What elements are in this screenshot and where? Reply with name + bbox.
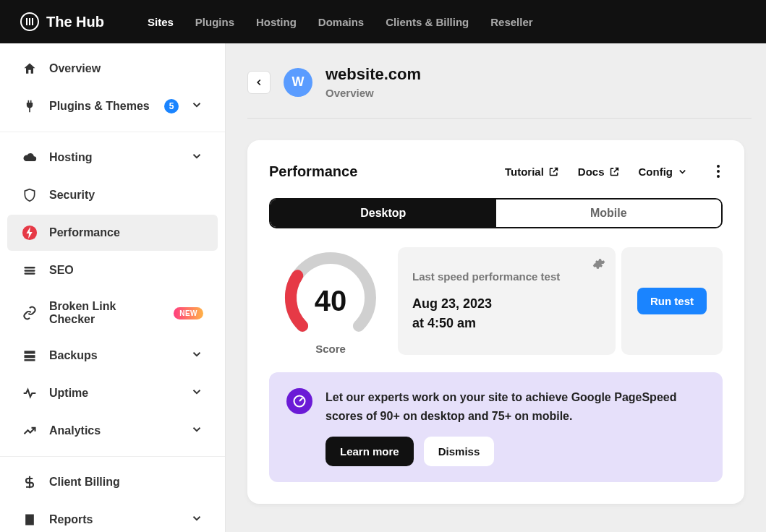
- avatar-letter: W: [292, 74, 305, 90]
- sidebar-item-uptime[interactable]: Uptime: [7, 375, 218, 411]
- score-value: 40: [280, 285, 381, 317]
- gear-icon: [592, 257, 605, 270]
- cloud-icon: [22, 150, 38, 166]
- last-test-label: Last speed performance test: [412, 269, 601, 286]
- sidebar-item-client-billing[interactable]: Client Billing: [7, 464, 218, 500]
- new-badge: NEW: [174, 307, 203, 319]
- chevron-down-icon: [677, 166, 688, 177]
- svg-rect-5: [25, 355, 35, 358]
- promo-body: Let our experts work on your site to ach…: [325, 388, 705, 466]
- dollar-icon: [22, 474, 38, 490]
- top-navbar: The Hub Sites Plugins Hosting Domains Cl…: [0, 0, 766, 43]
- tutorial-label: Tutorial: [505, 166, 544, 178]
- svg-rect-4: [25, 351, 35, 353]
- sidebar-item-overview[interactable]: Overview: [7, 51, 218, 87]
- card-header: Performance Tutorial Docs Config: [269, 162, 723, 181]
- sidebar-label-broken-link: Broken Link Checker: [49, 300, 158, 326]
- topnav-sites[interactable]: Sites: [148, 16, 174, 28]
- sidebar-group-3: Client Billing Reports: [0, 457, 225, 532]
- topnav-plugins[interactable]: Plugins: [195, 16, 234, 28]
- tutorial-link[interactable]: Tutorial: [505, 166, 559, 178]
- site-subtitle: Overview: [325, 87, 421, 99]
- heartbeat-icon: [22, 385, 38, 401]
- chevron-down-icon: [190, 98, 203, 114]
- score-gauge-box: 40 Score: [269, 247, 392, 355]
- sidebar-group-1: Overview Plugins & Themes 5: [0, 43, 225, 132]
- sidebar-item-reports[interactable]: Reports: [7, 502, 218, 532]
- external-link-icon: [609, 166, 620, 177]
- top-nav-list: Sites Plugins Hosting Domains Clients & …: [148, 16, 533, 28]
- sidebar-item-hosting[interactable]: Hosting: [7, 140, 218, 176]
- logo-icon: [20, 12, 39, 31]
- sidebar-item-backups[interactable]: Backups: [7, 338, 218, 374]
- score-row: 40 Score Last speed performance test Aug…: [269, 247, 723, 355]
- sidebar-label-client-billing: Client Billing: [49, 476, 203, 489]
- device-tabs: Desktop Mobile: [269, 198, 723, 228]
- home-icon: [22, 61, 38, 77]
- link-icon: [22, 305, 38, 321]
- score-gauge: 40: [280, 247, 381, 341]
- topnav-domains[interactable]: Domains: [318, 16, 364, 28]
- bolt-icon: [22, 225, 38, 241]
- document-icon: [22, 512, 38, 528]
- last-test-date: Aug 23, 2023: [412, 294, 601, 314]
- card-actions: Tutorial Docs Config: [505, 162, 723, 181]
- sidebar-item-analytics[interactable]: Analytics: [7, 413, 218, 449]
- sidebar-label-hosting: Hosting: [49, 151, 179, 164]
- site-title-block: website.com Overview: [325, 65, 421, 99]
- sidebar: Overview Plugins & Themes 5 Hosting: [0, 43, 226, 532]
- sidebar-label-overview: Overview: [49, 62, 203, 75]
- plug-icon: [22, 98, 38, 114]
- sidebar-group-2: Hosting Security Performance: [0, 132, 225, 457]
- card-title: Performance: [269, 163, 357, 180]
- shield-icon: [22, 187, 38, 203]
- tab-desktop[interactable]: Desktop: [271, 200, 496, 227]
- main-content: W website.com Overview Performance Tutor…: [226, 43, 766, 532]
- sidebar-item-security[interactable]: Security: [7, 177, 218, 213]
- gauge-icon: [286, 388, 312, 414]
- sidebar-item-broken-link[interactable]: Broken Link Checker NEW: [7, 290, 218, 336]
- topnav-reseller[interactable]: Reseller: [490, 16, 532, 28]
- chevron-down-icon: [190, 348, 203, 364]
- topnav-hosting[interactable]: Hosting: [256, 16, 297, 28]
- sidebar-label-backups: Backups: [49, 349, 179, 362]
- run-test-box: Run test: [621, 247, 723, 355]
- settings-button[interactable]: [592, 257, 605, 273]
- promo-banner: Let our experts work on your site to ach…: [269, 372, 723, 482]
- config-dropdown[interactable]: Config: [639, 166, 688, 178]
- svg-rect-6: [25, 359, 35, 361]
- sidebar-item-seo[interactable]: SEO: [7, 252, 218, 288]
- back-button[interactable]: [247, 71, 271, 94]
- performance-card: Performance Tutorial Docs Config: [247, 140, 744, 504]
- config-label: Config: [639, 166, 673, 178]
- sidebar-label-performance: Performance: [49, 226, 203, 239]
- brand-logo[interactable]: The Hub: [20, 12, 104, 31]
- svg-rect-7: [25, 515, 34, 525]
- more-menu-button[interactable]: [714, 162, 723, 181]
- seo-icon: [22, 262, 38, 278]
- analytics-icon: [22, 423, 38, 439]
- learn-more-button[interactable]: Learn more: [325, 437, 414, 466]
- brand-name: The Hub: [46, 14, 104, 30]
- dismiss-button[interactable]: Dismiss: [424, 437, 495, 466]
- svg-rect-3: [25, 273, 35, 275]
- chevron-down-icon: [190, 385, 203, 401]
- topnav-clients-billing[interactable]: Clients & Billing: [386, 16, 469, 28]
- chevron-down-icon: [190, 512, 203, 528]
- last-test-box: Last speed performance test Aug 23, 2023…: [398, 247, 616, 355]
- sidebar-label-seo: SEO: [49, 264, 203, 277]
- sidebar-item-performance[interactable]: Performance: [7, 215, 218, 251]
- sidebar-label-plugins-themes: Plugins & Themes: [49, 100, 150, 113]
- site-name: website.com: [325, 65, 421, 84]
- svg-rect-2: [25, 270, 35, 272]
- docs-link[interactable]: Docs: [578, 166, 620, 178]
- chevron-down-icon: [190, 150, 203, 166]
- promo-text: Let our experts work on your site to ach…: [325, 388, 705, 425]
- plugins-badge: 5: [164, 99, 179, 113]
- sidebar-item-plugins-themes[interactable]: Plugins & Themes 5: [7, 88, 218, 124]
- sidebar-label-reports: Reports: [49, 513, 179, 526]
- site-avatar: W: [284, 68, 312, 97]
- last-test-time: at 4:50 am: [412, 314, 601, 333]
- run-test-button[interactable]: Run test: [637, 288, 707, 314]
- tab-mobile[interactable]: Mobile: [496, 200, 722, 227]
